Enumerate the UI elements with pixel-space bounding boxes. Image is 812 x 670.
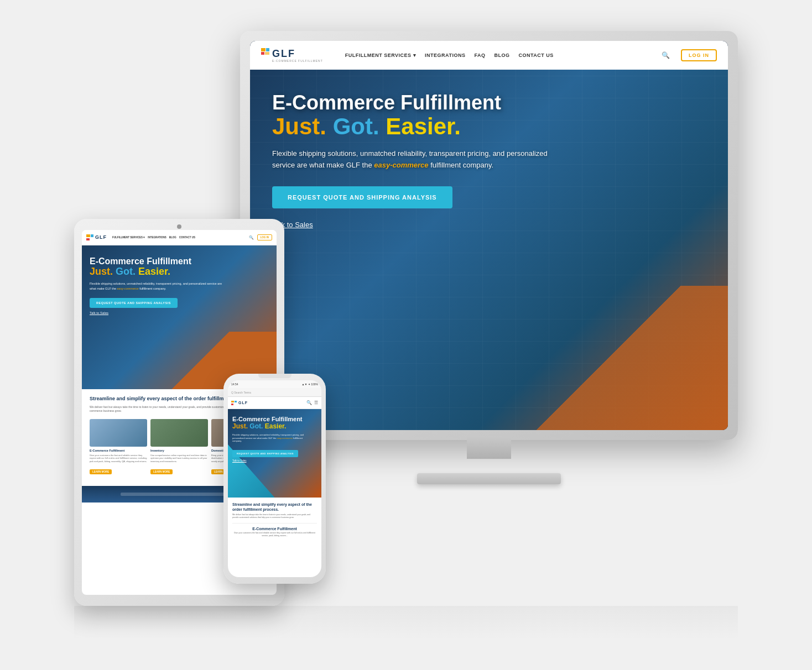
phone-notch: [258, 374, 292, 378]
p-logo-red: [231, 404, 233, 405]
phone-search-bar: Q Search Terms: [228, 388, 321, 397]
nav-faq[interactable]: FAQ: [474, 53, 485, 58]
phone-search-icon[interactable]: 🔍: [306, 400, 312, 405]
p-just: Just.: [232, 422, 248, 430]
tablet-bottom-bar: [121, 493, 237, 496]
phone-hero: E-Commerce Fulfillment Just. Got. Easier…: [228, 409, 321, 498]
tablet-login-button[interactable]: LOG IN: [257, 234, 273, 240]
nav-blog[interactable]: BLOG: [494, 53, 509, 58]
hero-content: E-Commerce Fulfillment Just. Got. Easier…: [250, 70, 728, 251]
phone-cta-button[interactable]: REQUEST QUOTE AND SHIPPING ANALYSIS: [232, 450, 298, 457]
phone-brand-name: GLF: [238, 401, 248, 405]
t-nav-blog[interactable]: BLOG: [169, 236, 176, 239]
tablet-card-title-2: Inventory: [150, 449, 208, 452]
t-easy-text: easy-commerce: [117, 287, 139, 290]
t-got: Got.: [116, 266, 136, 277]
phone-logo: GLF: [231, 401, 248, 405]
tablet-hero-desc: Flexible shipping solutions, unmatched r…: [90, 281, 222, 291]
phone-section2-title: E-Commerce Fulfillment: [232, 527, 317, 531]
search-icon[interactable]: 🔍: [662, 51, 670, 59]
nav-integrations[interactable]: INTEGRATIONS: [425, 53, 465, 58]
logo-box-red: [261, 52, 264, 55]
logo-box-blue: [266, 48, 269, 51]
p-logo-orange: [231, 401, 234, 402]
phone-status-bar: 14:54 ▲▼ ✦ 100%: [228, 380, 321, 388]
easy-commerce-text: easy-commerce: [374, 161, 428, 169]
monitor-base: [417, 473, 561, 484]
tablet-card-1: E-Commerce Fulfillment Give your custome…: [90, 419, 147, 475]
scene-container: GLF E-COMMERCE FULFILLMENT FULFILLMENT S…: [74, 31, 738, 639]
tablet-camera: [177, 224, 181, 229]
t-nav-integrations[interactable]: INTEGRATIONS: [148, 236, 166, 239]
tablet-search-icon[interactable]: 🔍: [249, 235, 254, 240]
tablet-learn-more-2[interactable]: LEARN MORE: [150, 469, 173, 474]
cta-button[interactable]: REQUEST QUOTE AND SHIPPING ANALYSIS: [272, 186, 452, 208]
tablet-hero-title2: Just. Got. Easier.: [90, 266, 269, 278]
tablet-card-title-1: E-Commerce Fulfillment: [90, 449, 147, 452]
t-logo-blue: [91, 234, 93, 237]
p-logo-blue: [235, 401, 237, 402]
desktop-nav: GLF E-COMMERCE FULFILLMENT FULFILLMENT S…: [250, 41, 728, 70]
talk-to-sales-link[interactable]: Talk to Sales: [272, 221, 706, 229]
p-got: Got.: [249, 422, 263, 430]
desktop-website: GLF E-COMMERCE FULFILLMENT FULFILLMENT S…: [250, 41, 728, 430]
tablet-nav: GLF FULFILLMENT SERVICES ▾ INTEGRATIONS …: [82, 230, 277, 245]
logo-tagline: E-COMMERCE FULFILLMENT: [272, 60, 323, 62]
hero-title-line2: Just. Got. Easier.: [272, 114, 706, 139]
phone-hero-title2: Just. Got. Easier.: [232, 422, 317, 430]
floor-shadow: [74, 606, 738, 639]
orange-sweep: [489, 286, 728, 430]
p-easier: Easier.: [265, 422, 287, 430]
phone-nav: GLF 🔍 ☰: [228, 397, 321, 409]
phone-status-icons: ▲▼ ✦ 100%: [302, 383, 318, 386]
phone-hero-title1: E-Commerce Fulfillment: [232, 416, 317, 422]
tablet-brand-name: GLF: [95, 234, 107, 240]
t-easier: Easier.: [138, 266, 170, 277]
p-easy-text: easy-commerce: [277, 437, 292, 439]
t-nav-fulfillment[interactable]: FULFILLMENT SERVICES ▾: [112, 236, 145, 239]
logo-box-orange2: [265, 52, 269, 55]
tablet-card-img-2: [150, 419, 208, 447]
tablet-card-desc-1: Give your customers the fast and reliabl…: [90, 454, 147, 463]
monitor-neck: [467, 437, 511, 459]
hero-title-line1: E-Commerce Fulfillment: [272, 92, 706, 114]
hero-easier: Easier.: [386, 113, 460, 139]
nav-contact[interactable]: CONTACT US: [518, 53, 553, 58]
nav-fulfillment[interactable]: FULFILLMENT SERVICES ▾: [345, 53, 416, 58]
monitor-bezel: GLF E-COMMERCE FULFILLMENT FULFILLMENT S…: [250, 41, 728, 430]
t-just: Just.: [90, 266, 113, 277]
tablet-talk-link[interactable]: Talk to Sales: [90, 311, 269, 315]
tablet-logo: GLF: [86, 234, 107, 240]
phone-section-desc: We deliver fast but always take the time…: [232, 514, 317, 520]
tablet-card-desc-2: Use comprehensive online reporting and r…: [150, 454, 208, 463]
desktop-logo: GLF E-COMMERCE FULFILLMENT: [261, 48, 323, 62]
phone-menu-icon[interactable]: ☰: [314, 400, 318, 405]
phone-frame: 14:54 ▲▼ ✦ 100% Q Search Terms: [223, 374, 326, 584]
phone-time: 14:54: [231, 383, 238, 386]
phone-section2-desc: Give your customers the fast and reliabl…: [232, 532, 317, 538]
tablet-card-img-1: [90, 419, 147, 447]
nav-links: FULFILLMENT SERVICES ▾ INTEGRATIONS FAQ …: [345, 53, 554, 58]
t-nav-contact[interactable]: CONTACT US: [179, 236, 195, 239]
hero-just: Just.: [272, 113, 326, 139]
tablet-nav-links: FULFILLMENT SERVICES ▾ INTEGRATIONS BLOG…: [112, 236, 195, 239]
phone-talk-link[interactable]: Talk to Sales: [232, 459, 317, 462]
phone-device: 14:54 ▲▼ ✦ 100% Q Search Terms: [223, 374, 326, 584]
t-logo-red: [86, 238, 90, 240]
logo-boxes: GLF E-COMMERCE FULFILLMENT: [261, 48, 323, 62]
phone-hero-desc: Flexible shipping solutions, unmatched r…: [232, 433, 304, 443]
hero-got: Got.: [333, 113, 379, 139]
tablet-hero: E-Commerce Fulfillment Just. Got. Easier…: [82, 245, 277, 389]
phone-search-placeholder[interactable]: Q Search Terms: [231, 391, 251, 394]
tablet-hero-title1: E-Commerce Fulfillment: [90, 257, 269, 266]
tablet-cta-button[interactable]: REQUEST QUOTE AND SHIPPING ANALYSIS: [90, 298, 178, 308]
tablet-learn-more-1[interactable]: LEARN MORE: [90, 469, 112, 474]
tablet-card-2: Inventory Use comprehensive online repor…: [150, 419, 208, 475]
phone-screen: 14:54 ▲▼ ✦ 100% Q Search Terms: [228, 380, 321, 577]
phone-main-section: Streamline and simplify every aspect of …: [228, 498, 321, 542]
phone-section2: E-Commerce Fulfillment Give your custome…: [232, 523, 317, 538]
logo-box-orange: [261, 48, 266, 51]
login-button[interactable]: LOG IN: [681, 49, 717, 61]
phone-section-title: Streamline and simplify every aspect of …: [232, 502, 317, 512]
logo-text: GLF: [272, 48, 323, 60]
